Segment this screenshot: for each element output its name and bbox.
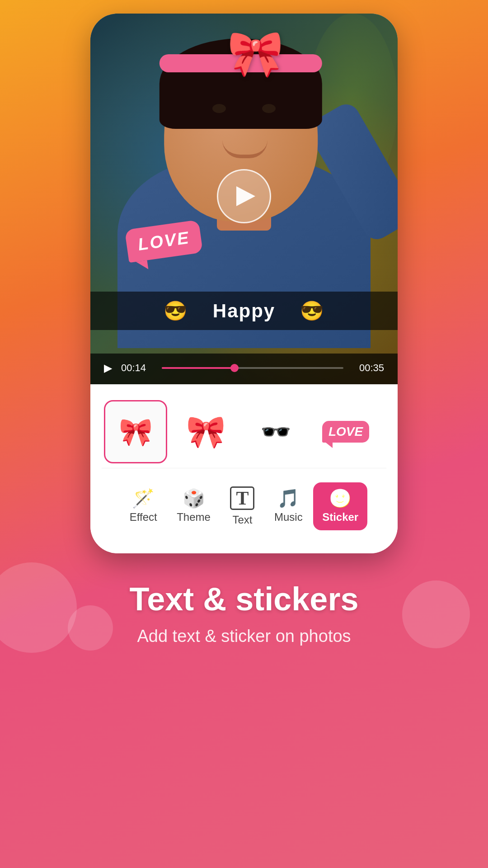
- caption-emoji-right: 😎: [300, 300, 324, 321]
- sticker-item-love[interactable]: LOVE: [314, 400, 377, 463]
- play-small-icon[interactable]: ▶: [104, 362, 112, 374]
- caption-bar: 😎 Happy 😎: [90, 292, 398, 330]
- sticker-icon: 🙂: [329, 489, 352, 507]
- caption-main-text: Happy: [213, 300, 275, 321]
- progress-thumb: [230, 364, 239, 372]
- progress-fill: [162, 367, 235, 369]
- toolbar-item-theme[interactable]: 🎲 Theme: [168, 482, 220, 530]
- caption-emoji-left: 😎: [164, 300, 188, 321]
- toolbar: 🪄 Effect 🎲 Theme T Text 🎵 Music 🙂 Sticke: [102, 468, 386, 540]
- headline-text: Text & stickers: [130, 580, 359, 618]
- progress-track[interactable]: [162, 367, 343, 369]
- toolbar-item-music[interactable]: 🎵 Music: [265, 482, 312, 530]
- music-label: Music: [274, 511, 303, 524]
- music-icon: 🎵: [277, 489, 300, 507]
- video-area: 🎀 LOVE 😎 Happy 😎 ▶ 00:1: [90, 14, 398, 384]
- subheadline-text: Add text & sticker on photos: [137, 627, 351, 646]
- sticker-row: 🎀 🎀 🕶️ LOVE 🌿: [102, 396, 386, 468]
- sticker-label: Sticker: [322, 511, 358, 524]
- sticker-item-bow[interactable]: 🎀: [174, 400, 237, 463]
- sticker-bow-icon: 🎀: [186, 413, 225, 450]
- toolbar-item-sticker[interactable]: 🙂 Sticker: [313, 482, 367, 530]
- current-time: 00:14: [121, 362, 153, 374]
- play-button[interactable]: [217, 169, 271, 223]
- text-icon: T: [230, 486, 254, 510]
- text-label: Text: [232, 514, 252, 526]
- sticker-glasses-icon: 🕶️: [260, 417, 291, 447]
- bottom-section: Text & stickers Add text & sticker on ph…: [0, 553, 488, 664]
- total-time: 00:35: [352, 362, 384, 374]
- video-controls: ▶ 00:14 00:35: [90, 354, 398, 384]
- theme-label: Theme: [177, 511, 211, 524]
- sticker-love-icon: LOVE: [328, 425, 363, 439]
- toolbar-item-effect[interactable]: 🪄 Effect: [121, 482, 166, 530]
- phone-frame: 🎀 LOVE 😎 Happy 😎 ▶ 00:1: [90, 14, 398, 553]
- bow-headband-sticker: 🎀: [227, 27, 284, 80]
- effect-icon: 🪄: [132, 489, 155, 507]
- sticker-panel: 🎀 🎀 🕶️ LOVE 🌿: [90, 384, 398, 553]
- sticker-item-leaf[interactable]: 🌿: [384, 400, 386, 463]
- sticker-item-cat-glasses[interactable]: 🕶️: [244, 400, 307, 463]
- play-icon: [236, 186, 255, 206]
- sticker-item-bow-headband[interactable]: 🎀: [104, 400, 167, 463]
- bokeh-2: [402, 580, 470, 648]
- bokeh-1: [0, 562, 77, 653]
- bokeh-3: [68, 605, 113, 651]
- effect-label: Effect: [130, 511, 157, 524]
- theme-icon: 🎲: [183, 489, 205, 507]
- toolbar-item-text[interactable]: T Text: [221, 480, 263, 533]
- caption-text: 😎 Happy 😎: [164, 300, 324, 321]
- love-text: LOVE: [137, 228, 191, 254]
- sticker-bow-headband-icon: 🎀: [119, 416, 153, 448]
